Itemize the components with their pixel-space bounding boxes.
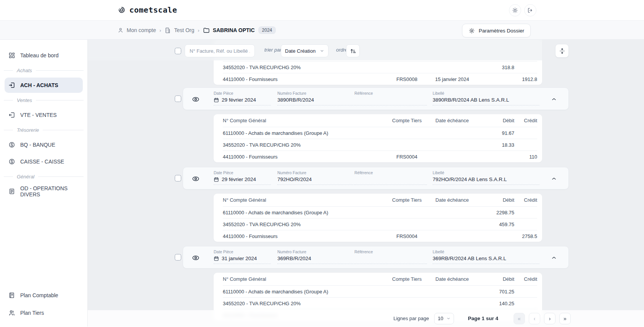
col-debit: Débit — [475, 118, 514, 123]
date-piece-input[interactable]: 29 février 2024 — [214, 176, 271, 185]
breadcrumb-account[interactable]: Mon compte — [118, 27, 156, 33]
previous-page-button[interactable]: ‹ — [529, 313, 540, 324]
field-reference: Référence — [354, 91, 427, 105]
last-page-button[interactable]: » — [559, 313, 571, 324]
section-divider-achats: Achats — [0, 64, 87, 77]
field-date-piece: Date Pièce 31 janvier 2024 — [214, 249, 271, 264]
app-window: cometscale — [0, 0, 644, 327]
sidebar-item-ach-achats[interactable]: ACH - ACHATS — [5, 78, 83, 93]
sidebar-item-plan-comptable[interactable]: Plan Comptable — [5, 288, 83, 303]
line-account: 34552020 - TVA RECUP/CHG 20% — [223, 301, 385, 306]
invoice-number-input[interactable]: 792HO/R/2024 — [277, 176, 354, 185]
rows-per-page-select[interactable]: 10 — [434, 313, 454, 324]
reorder-handle-button[interactable] — [555, 44, 569, 58]
orbit-logo-icon — [118, 6, 126, 14]
line-credit: 2758.5 — [514, 233, 537, 239]
next-page-button[interactable]: › — [544, 313, 555, 324]
sidebar-item-od-operations[interactable]: OD - OPERATIONS DIVERS — [5, 184, 83, 199]
pagination-bar: Lignes par page 10 Page 1 sur 4 « ‹ › » — [88, 310, 644, 327]
sun-icon — [512, 7, 518, 13]
line-debit: 18.33 — [475, 142, 514, 148]
date-piece-input[interactable]: 29 février 2024 — [214, 97, 271, 105]
view-entry-button[interactable] — [192, 95, 201, 104]
user-icon — [118, 27, 124, 33]
entry-header-card[interactable]: Date Pièce 31 janvier 2024 — [183, 246, 569, 269]
entry-line-row: 34552020 - TVA RECUP/CHG 20% 318.8 — [223, 61, 537, 73]
sort-by-select[interactable]: Date Création — [281, 44, 328, 57]
theme-toggle-button[interactable] — [509, 4, 521, 16]
libelle-input[interactable]: 792HO/R/2024 AB Lens S.A.R.L — [433, 176, 539, 185]
field-reference: Référence — [354, 249, 427, 264]
line-account: 61110000 - Achats de marchandises (Group… — [223, 289, 385, 295]
entry-line-row: 44110000 - Fournisseurs FRS0008 15 janvi… — [223, 73, 537, 85]
organization-icon — [164, 27, 171, 34]
line-tiers: FRS0004 — [385, 154, 429, 160]
first-page-button[interactable]: « — [514, 313, 525, 324]
line-debit: 459.75 — [475, 222, 514, 227]
document-lines-icon — [8, 188, 15, 195]
field-invoice-number: Numéro Facture 369RB/R/2024 — [277, 249, 354, 264]
entry-checkbox[interactable] — [175, 175, 181, 181]
line-debit: 2298.75 — [475, 210, 514, 215]
page-info: Page 1 sur 4 — [468, 316, 498, 321]
year-badge: 2024 — [258, 26, 276, 34]
sidebar-item-caisse[interactable]: CAISSE - CAISSE — [5, 154, 83, 169]
select-all-checkbox[interactable] — [175, 48, 181, 54]
libelle-input[interactable]: 369RB/R/2024 AB Lens S.A.R.L — [433, 255, 539, 264]
rows-per-page-label: Lignes par page — [393, 316, 429, 321]
entry-header-card[interactable]: Date Pièce 29 février 2024 — [183, 87, 569, 110]
line-account: 44110000 - Fournisseurs — [223, 76, 385, 82]
search-input[interactable] — [185, 44, 255, 57]
chevron-right-icon: › — [159, 28, 161, 33]
field-invoice-number: Numéro Facture 3890RB/R/2024 — [277, 91, 354, 105]
line-account: 34552020 - TVA RECUP/CHG 20% — [223, 65, 385, 70]
dashboard-icon — [8, 52, 15, 59]
date-piece-input[interactable]: 31 janvier 2024 — [214, 255, 271, 264]
entry-checkbox[interactable] — [175, 96, 181, 102]
line-tiers: FRS0004 — [385, 233, 429, 239]
eye-icon — [192, 95, 201, 104]
journal-entries-panel: 34552020 - TVA RECUP/CHG 20% 318.8 44110… — [88, 40, 644, 327]
sort-by-label: trier par — [264, 47, 282, 53]
calendar-icon — [214, 256, 219, 261]
col-account: N° Compte Général — [223, 118, 385, 123]
sidebar: Tableau de bord Achats ACH - ACHATS Vent… — [0, 40, 88, 327]
sort-order-button[interactable] — [346, 44, 360, 57]
sidebar-item-vte-ventes[interactable]: VTE - VENTES — [5, 107, 83, 123]
sidebar-item-bq-banque[interactable]: BQ - BANQUE — [5, 137, 83, 152]
chevron-up-icon — [551, 176, 560, 182]
section-divider-general: Général — [0, 170, 87, 183]
line-account: 44110000 - Fournisseurs — [223, 154, 385, 160]
folder-settings-button[interactable]: Paramètres Dossier — [462, 24, 531, 37]
entry-line-row: 61110000 - Achats de marchandises (Group… — [223, 206, 537, 218]
collapse-entry-button[interactable] — [551, 174, 560, 183]
line-debit: 701.25 — [475, 289, 514, 295]
view-entry-button[interactable] — [192, 253, 201, 262]
reference-input[interactable] — [354, 255, 427, 264]
sidebar-item-plan-tiers[interactable]: Plan Tiers — [5, 305, 83, 321]
libelle-input[interactable]: 3890RB/R/2024 AB Lens S.A.R.L — [433, 97, 539, 105]
logout-button[interactable] — [524, 4, 536, 16]
breadcrumb-org[interactable]: Test Org — [164, 27, 194, 34]
reference-input[interactable] — [354, 176, 427, 185]
sidebar-item-dashboard[interactable]: Tableau de bord — [5, 48, 83, 63]
reference-input[interactable] — [354, 97, 427, 105]
collapse-entry-button[interactable] — [551, 253, 560, 262]
field-invoice-number: Numéro Facture 792HO/R/2024 — [277, 170, 354, 185]
view-entry-button[interactable] — [192, 174, 201, 183]
entry-line-row: 61110000 - Achats de marchandises (Group… — [223, 285, 537, 297]
col-tiers: Compte Tiers — [385, 276, 429, 282]
line-account: 44110000 - Fournisseurs — [223, 233, 385, 239]
breadcrumb-dossier[interactable]: SABRINA OPTIC — [203, 27, 255, 34]
breadcrumb-bar: Mon compte › Test Org › SABRINA OPTIC — [0, 21, 644, 40]
line-credit: 110 — [514, 154, 537, 160]
collapse-entry-button[interactable] — [551, 95, 560, 104]
entry-checkbox[interactable] — [175, 254, 181, 261]
entry-header-card[interactable]: Date Pièce 29 février 2024 — [183, 167, 569, 189]
entry-line-row: 44110000 - Fournisseurs FRS0004 2758.5 — [223, 230, 537, 242]
section-divider-ventes: Ventes — [0, 94, 87, 107]
top-bar: cometscale — [0, 0, 644, 21]
invoice-number-input[interactable]: 3890RB/R/2024 — [277, 97, 354, 105]
invoice-number-input[interactable]: 369RB/R/2024 — [277, 255, 354, 264]
col-credit: Crédit — [514, 118, 537, 123]
